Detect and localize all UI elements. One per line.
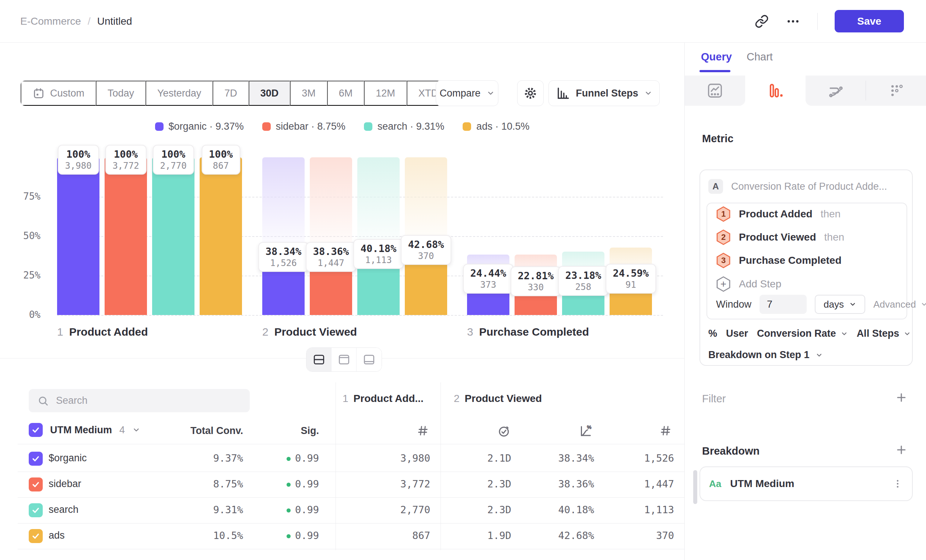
bar-value-label[interactable]: 42.68%370: [401, 235, 452, 265]
query-step-row[interactable]: 2Product Viewedthen: [716, 230, 844, 245]
table-row[interactable]: ads10.5%0.998671.9D42.68%370: [0, 523, 684, 549]
layout-chart-only-button[interactable]: [331, 348, 357, 371]
query-step-row[interactable]: 1Product Addedthen: [716, 206, 841, 222]
bar-value-label[interactable]: 23.18%258: [558, 266, 609, 296]
funnel-bar[interactable]: [57, 157, 100, 315]
measure-scope-select[interactable]: All Steps: [857, 328, 911, 339]
bar-conversion-pct: 42.68%: [408, 239, 444, 250]
row-significance: 0.99: [287, 453, 319, 464]
funnel-step-label[interactable]: 1Product Added: [57, 326, 148, 338]
funnel-bar[interactable]: [200, 157, 242, 315]
flows-icon: [827, 82, 844, 99]
bar-value-label[interactable]: 100%2,770: [153, 145, 194, 175]
row-significance: 0.99: [287, 478, 319, 490]
time-to-convert-icon[interactable]: [497, 424, 510, 438]
range-label: 7D: [224, 88, 237, 99]
layout-split-view-button[interactable]: [306, 348, 331, 371]
table-row[interactable]: sidebar8.75%0.993,7722.3D38.36%1,447: [0, 472, 684, 497]
tab-chart[interactable]: Chart: [747, 51, 773, 63]
active-tab-underline: [699, 70, 731, 72]
breakdown-on-step-select[interactable]: Breakdown on Step 1: [708, 349, 823, 361]
row-checkbox[interactable]: [29, 503, 43, 517]
tab-flows[interactable]: [806, 76, 866, 106]
breakdown-group-header[interactable]: UTM Medium 4: [29, 423, 140, 437]
legend-item[interactable]: $organic · 9.37%: [155, 121, 244, 132]
select-all-checkbox[interactable]: [29, 423, 43, 437]
range-label: 3M: [302, 88, 316, 99]
chart-type-selector[interactable]: Funnel Steps: [548, 80, 660, 106]
bar-value-label[interactable]: 100%3,980: [57, 145, 99, 175]
count-metric-icon[interactable]: [417, 424, 429, 437]
bar-value-label[interactable]: 100%3,772: [105, 145, 146, 175]
metric-title-row[interactable]: A Conversion Rate of Product Adde...: [708, 179, 887, 194]
share-link-button[interactable]: [755, 14, 769, 28]
funnel-bar[interactable]: [152, 157, 194, 315]
tab-funnels[interactable]: [745, 76, 806, 106]
range-today[interactable]: Today: [96, 81, 145, 106]
total-conv-column-header[interactable]: Total Conv.: [191, 425, 243, 437]
link-icon: [755, 14, 769, 28]
measure-metric-select[interactable]: Conversion Rate: [757, 328, 848, 339]
svg-text:%: %: [587, 424, 592, 430]
bar-count: 3,980: [65, 160, 91, 171]
bar-value-label[interactable]: 24.59%91: [605, 264, 657, 294]
range-6m[interactable]: 6M: [327, 81, 364, 106]
row-checkbox[interactable]: [29, 452, 43, 466]
row-step1-count: 3,980: [400, 453, 430, 464]
range-3m[interactable]: 3M: [290, 81, 327, 106]
add-step-row[interactable]: + Add Step: [716, 276, 781, 292]
count-metric-icon[interactable]: [659, 424, 672, 437]
legend-item[interactable]: search · 9.31%: [364, 121, 445, 132]
bar-count: 373: [471, 280, 507, 290]
funnel-step-label[interactable]: 3Purchase Completed: [467, 326, 589, 338]
significance-dot: [287, 457, 291, 461]
bar-value-label[interactable]: 40.18%1,113: [353, 239, 404, 269]
add-filter-button[interactable]: [895, 391, 908, 404]
table-row[interactable]: search9.31%0.992,7702.3D40.18%1,113: [0, 497, 684, 523]
row-time-to-convert: 2.1D: [487, 453, 511, 464]
row-checkbox[interactable]: [29, 529, 43, 543]
breakdown-property-card[interactable]: Aa UTM Medium: [699, 466, 913, 501]
more-options-button[interactable]: [786, 14, 800, 29]
window-unit-select[interactable]: days: [815, 295, 865, 314]
tab-retention[interactable]: [866, 76, 926, 106]
advanced-toggle[interactable]: Advanced: [873, 299, 926, 310]
measure-entity[interactable]: User: [726, 328, 748, 339]
tab-insights[interactable]: [685, 76, 745, 106]
row-checkbox[interactable]: [29, 477, 43, 492]
bar-value-label[interactable]: 38.34%1,526: [258, 242, 309, 272]
breadcrumb-report-title[interactable]: Untitled: [97, 15, 132, 27]
add-breakdown-button[interactable]: [895, 443, 908, 456]
search-input[interactable]: [56, 395, 241, 406]
tab-query[interactable]: Query: [701, 51, 732, 63]
sig-column-header[interactable]: Sig.: [301, 425, 319, 437]
legend-item[interactable]: ads · 10.5%: [463, 121, 529, 132]
range-7d[interactable]: 7D: [213, 81, 249, 106]
gear-icon: [523, 86, 538, 101]
funnel-bar[interactable]: [104, 157, 147, 315]
legend-item[interactable]: sidebar · 8.75%: [262, 121, 345, 132]
range-label: 30D: [260, 88, 279, 99]
range-30d[interactable]: 30D: [249, 81, 290, 106]
compare-button[interactable]: Compare: [436, 80, 498, 106]
legend-swatch: [364, 122, 372, 131]
range-12m[interactable]: 12M: [364, 81, 407, 106]
y-axis-tick: 50%: [6, 230, 41, 241]
bar-value-label[interactable]: 24.44%373: [463, 264, 514, 294]
chart-settings-button[interactable]: [517, 80, 544, 106]
save-button[interactable]: Save: [835, 10, 904, 32]
range-yesterday[interactable]: Yesterday: [145, 81, 213, 106]
table-row[interactable]: $organic9.37%0.993,9802.1D38.34%1,526: [0, 446, 684, 472]
funnel-step-label[interactable]: 2Product Viewed: [262, 326, 357, 338]
breadcrumb-project[interactable]: E-Commerce: [20, 15, 81, 27]
range-custom[interactable]: Custom: [21, 81, 96, 106]
breakdown-options-button[interactable]: [892, 478, 903, 489]
bar-value-label[interactable]: 38.36%1,447: [306, 242, 357, 272]
layout-table-only-button[interactable]: [357, 348, 381, 371]
window-value-input[interactable]: [760, 295, 806, 314]
measure-metric-label: Conversion Rate: [757, 328, 836, 339]
conversion-rate-icon[interactable]: %: [579, 424, 592, 438]
bar-value-label[interactable]: 22.81%330: [510, 266, 561, 296]
query-step-row[interactable]: 3Purchase Completed: [716, 253, 842, 268]
bar-value-label[interactable]: 100%867: [201, 145, 240, 175]
